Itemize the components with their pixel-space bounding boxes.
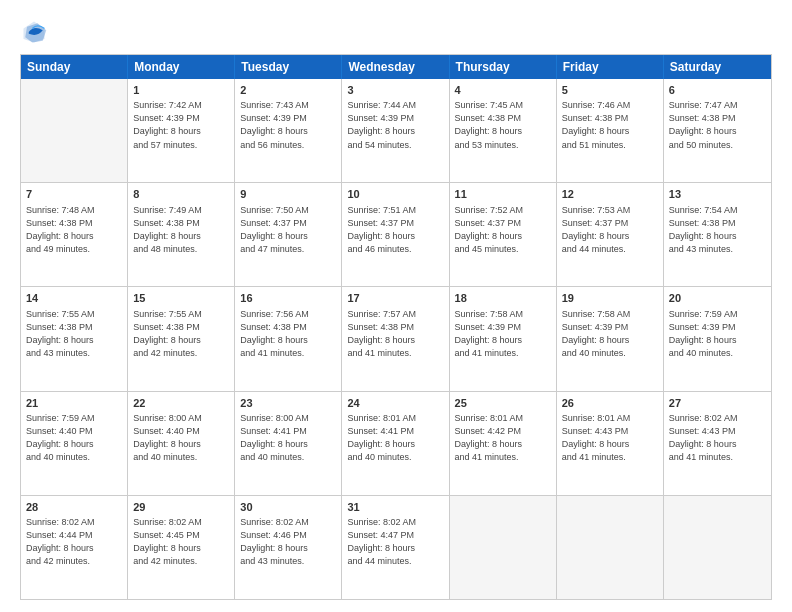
day-number: 11 — [455, 187, 551, 202]
day-number: 29 — [133, 500, 229, 515]
table-row: 29Sunrise: 8:02 AMSunset: 4:45 PMDayligh… — [128, 496, 235, 599]
cell-info: Sunrise: 7:50 AMSunset: 4:37 PMDaylight:… — [240, 204, 336, 256]
table-row: 23Sunrise: 8:00 AMSunset: 4:41 PMDayligh… — [235, 392, 342, 495]
cell-info: Sunrise: 7:56 AMSunset: 4:38 PMDaylight:… — [240, 308, 336, 360]
table-row: 2Sunrise: 7:43 AMSunset: 4:39 PMDaylight… — [235, 79, 342, 182]
cell-info: Sunrise: 7:47 AMSunset: 4:38 PMDaylight:… — [669, 99, 766, 151]
day-number: 16 — [240, 291, 336, 306]
calendar-row-3: 14Sunrise: 7:55 AMSunset: 4:38 PMDayligh… — [21, 286, 771, 390]
table-row: 22Sunrise: 8:00 AMSunset: 4:40 PMDayligh… — [128, 392, 235, 495]
page-header — [20, 18, 772, 46]
cell-info: Sunrise: 7:58 AMSunset: 4:39 PMDaylight:… — [562, 308, 658, 360]
calendar-header: SundayMondayTuesdayWednesdayThursdayFrid… — [21, 55, 771, 79]
table-row: 3Sunrise: 7:44 AMSunset: 4:39 PMDaylight… — [342, 79, 449, 182]
header-day-friday: Friday — [557, 55, 664, 79]
header-day-thursday: Thursday — [450, 55, 557, 79]
header-day-sunday: Sunday — [21, 55, 128, 79]
cell-info: Sunrise: 8:01 AMSunset: 4:42 PMDaylight:… — [455, 412, 551, 464]
logo — [20, 18, 52, 46]
cell-info: Sunrise: 7:53 AMSunset: 4:37 PMDaylight:… — [562, 204, 658, 256]
table-row: 27Sunrise: 8:02 AMSunset: 4:43 PMDayligh… — [664, 392, 771, 495]
table-row: 24Sunrise: 8:01 AMSunset: 4:41 PMDayligh… — [342, 392, 449, 495]
cell-info: Sunrise: 7:44 AMSunset: 4:39 PMDaylight:… — [347, 99, 443, 151]
cell-info: Sunrise: 8:02 AMSunset: 4:45 PMDaylight:… — [133, 516, 229, 568]
calendar-body: 1Sunrise: 7:42 AMSunset: 4:39 PMDaylight… — [21, 79, 771, 599]
day-number: 20 — [669, 291, 766, 306]
table-row: 8Sunrise: 7:49 AMSunset: 4:38 PMDaylight… — [128, 183, 235, 286]
cell-info: Sunrise: 7:42 AMSunset: 4:39 PMDaylight:… — [133, 99, 229, 151]
logo-icon — [20, 18, 48, 46]
day-number: 4 — [455, 83, 551, 98]
calendar-row-5: 28Sunrise: 8:02 AMSunset: 4:44 PMDayligh… — [21, 495, 771, 599]
calendar-row-1: 1Sunrise: 7:42 AMSunset: 4:39 PMDaylight… — [21, 79, 771, 182]
table-row: 17Sunrise: 7:57 AMSunset: 4:38 PMDayligh… — [342, 287, 449, 390]
table-row: 21Sunrise: 7:59 AMSunset: 4:40 PMDayligh… — [21, 392, 128, 495]
table-row: 20Sunrise: 7:59 AMSunset: 4:39 PMDayligh… — [664, 287, 771, 390]
cell-info: Sunrise: 7:58 AMSunset: 4:39 PMDaylight:… — [455, 308, 551, 360]
table-row: 26Sunrise: 8:01 AMSunset: 4:43 PMDayligh… — [557, 392, 664, 495]
table-row — [557, 496, 664, 599]
header-day-saturday: Saturday — [664, 55, 771, 79]
cell-info: Sunrise: 7:43 AMSunset: 4:39 PMDaylight:… — [240, 99, 336, 151]
day-number: 23 — [240, 396, 336, 411]
cell-info: Sunrise: 7:46 AMSunset: 4:38 PMDaylight:… — [562, 99, 658, 151]
cell-info: Sunrise: 8:01 AMSunset: 4:41 PMDaylight:… — [347, 412, 443, 464]
table-row: 12Sunrise: 7:53 AMSunset: 4:37 PMDayligh… — [557, 183, 664, 286]
cell-info: Sunrise: 8:02 AMSunset: 4:44 PMDaylight:… — [26, 516, 122, 568]
table-row: 28Sunrise: 8:02 AMSunset: 4:44 PMDayligh… — [21, 496, 128, 599]
calendar-row-4: 21Sunrise: 7:59 AMSunset: 4:40 PMDayligh… — [21, 391, 771, 495]
cell-info: Sunrise: 7:49 AMSunset: 4:38 PMDaylight:… — [133, 204, 229, 256]
header-day-tuesday: Tuesday — [235, 55, 342, 79]
day-number: 12 — [562, 187, 658, 202]
cell-info: Sunrise: 7:57 AMSunset: 4:38 PMDaylight:… — [347, 308, 443, 360]
day-number: 19 — [562, 291, 658, 306]
day-number: 9 — [240, 187, 336, 202]
cell-info: Sunrise: 7:59 AMSunset: 4:40 PMDaylight:… — [26, 412, 122, 464]
table-row: 4Sunrise: 7:45 AMSunset: 4:38 PMDaylight… — [450, 79, 557, 182]
header-day-wednesday: Wednesday — [342, 55, 449, 79]
table-row: 16Sunrise: 7:56 AMSunset: 4:38 PMDayligh… — [235, 287, 342, 390]
day-number: 28 — [26, 500, 122, 515]
calendar-row-2: 7Sunrise: 7:48 AMSunset: 4:38 PMDaylight… — [21, 182, 771, 286]
table-row: 30Sunrise: 8:02 AMSunset: 4:46 PMDayligh… — [235, 496, 342, 599]
table-row: 5Sunrise: 7:46 AMSunset: 4:38 PMDaylight… — [557, 79, 664, 182]
table-row: 11Sunrise: 7:52 AMSunset: 4:37 PMDayligh… — [450, 183, 557, 286]
day-number: 15 — [133, 291, 229, 306]
cell-info: Sunrise: 7:52 AMSunset: 4:37 PMDaylight:… — [455, 204, 551, 256]
day-number: 3 — [347, 83, 443, 98]
day-number: 7 — [26, 187, 122, 202]
table-row: 1Sunrise: 7:42 AMSunset: 4:39 PMDaylight… — [128, 79, 235, 182]
cell-info: Sunrise: 7:48 AMSunset: 4:38 PMDaylight:… — [26, 204, 122, 256]
day-number: 8 — [133, 187, 229, 202]
table-row: 15Sunrise: 7:55 AMSunset: 4:38 PMDayligh… — [128, 287, 235, 390]
cell-info: Sunrise: 7:55 AMSunset: 4:38 PMDaylight:… — [26, 308, 122, 360]
table-row — [21, 79, 128, 182]
cell-info: Sunrise: 7:55 AMSunset: 4:38 PMDaylight:… — [133, 308, 229, 360]
header-day-monday: Monday — [128, 55, 235, 79]
table-row: 7Sunrise: 7:48 AMSunset: 4:38 PMDaylight… — [21, 183, 128, 286]
day-number: 31 — [347, 500, 443, 515]
table-row — [450, 496, 557, 599]
day-number: 21 — [26, 396, 122, 411]
day-number: 30 — [240, 500, 336, 515]
table-row: 9Sunrise: 7:50 AMSunset: 4:37 PMDaylight… — [235, 183, 342, 286]
cell-info: Sunrise: 8:00 AMSunset: 4:40 PMDaylight:… — [133, 412, 229, 464]
day-number: 14 — [26, 291, 122, 306]
day-number: 10 — [347, 187, 443, 202]
day-number: 18 — [455, 291, 551, 306]
cell-info: Sunrise: 8:02 AMSunset: 4:47 PMDaylight:… — [347, 516, 443, 568]
day-number: 1 — [133, 83, 229, 98]
table-row: 13Sunrise: 7:54 AMSunset: 4:38 PMDayligh… — [664, 183, 771, 286]
table-row: 6Sunrise: 7:47 AMSunset: 4:38 PMDaylight… — [664, 79, 771, 182]
table-row: 10Sunrise: 7:51 AMSunset: 4:37 PMDayligh… — [342, 183, 449, 286]
day-number: 13 — [669, 187, 766, 202]
cell-info: Sunrise: 7:51 AMSunset: 4:37 PMDaylight:… — [347, 204, 443, 256]
cell-info: Sunrise: 7:45 AMSunset: 4:38 PMDaylight:… — [455, 99, 551, 151]
day-number: 27 — [669, 396, 766, 411]
table-row: 18Sunrise: 7:58 AMSunset: 4:39 PMDayligh… — [450, 287, 557, 390]
cell-info: Sunrise: 8:00 AMSunset: 4:41 PMDaylight:… — [240, 412, 336, 464]
table-row: 31Sunrise: 8:02 AMSunset: 4:47 PMDayligh… — [342, 496, 449, 599]
day-number: 26 — [562, 396, 658, 411]
day-number: 17 — [347, 291, 443, 306]
table-row: 14Sunrise: 7:55 AMSunset: 4:38 PMDayligh… — [21, 287, 128, 390]
